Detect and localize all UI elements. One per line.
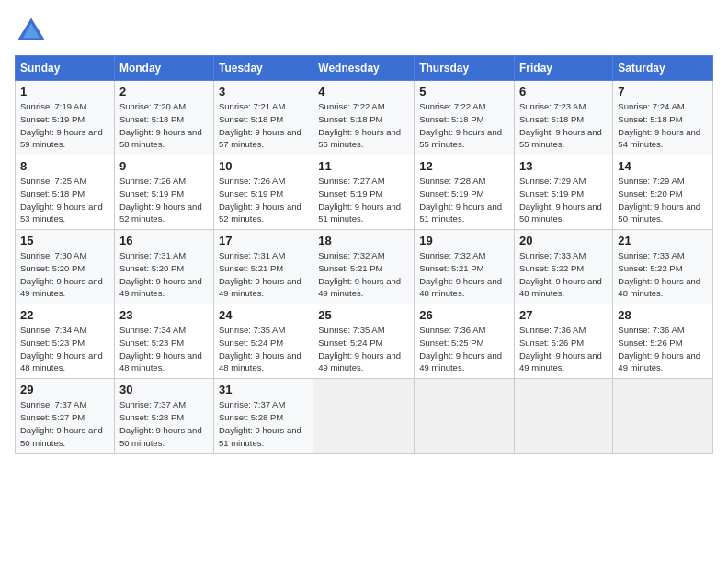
day-number: 20 xyxy=(519,234,608,247)
weekday-header-sunday: Sunday xyxy=(16,56,115,81)
calendar-cell: 21 Sunrise: 7:33 AMSunset: 5:22 PMDaylig… xyxy=(613,230,713,304)
calendar-cell: 31 Sunrise: 7:37 AMSunset: 5:28 PMDaylig… xyxy=(213,379,313,454)
weekday-header-thursday: Thursday xyxy=(415,56,515,81)
calendar-cell: 28 Sunrise: 7:36 AMSunset: 5:26 PMDaylig… xyxy=(613,304,713,379)
day-detail: Sunrise: 7:29 AMSunset: 5:20 PMDaylight:… xyxy=(618,176,700,224)
calendar-cell xyxy=(415,379,515,454)
day-number: 10 xyxy=(219,159,308,173)
calendar-cell: 16 Sunrise: 7:31 AMSunset: 5:20 PMDaylig… xyxy=(114,230,213,304)
calendar-cell: 5 Sunrise: 7:22 AMSunset: 5:18 PMDayligh… xyxy=(415,81,515,155)
calendar-cell: 6 Sunrise: 7:23 AMSunset: 5:18 PMDayligh… xyxy=(515,81,613,155)
day-number: 31 xyxy=(219,383,308,396)
calendar-week-4: 22 Sunrise: 7:34 AMSunset: 5:23 PMDaylig… xyxy=(16,304,713,379)
day-detail: Sunrise: 7:20 AMSunset: 5:18 PMDaylight:… xyxy=(119,101,202,149)
calendar-cell xyxy=(613,379,713,454)
day-number: 21 xyxy=(618,234,708,247)
calendar-week-5: 29 Sunrise: 7:37 AMSunset: 5:27 PMDaylig… xyxy=(16,379,713,454)
calendar-cell: 27 Sunrise: 7:36 AMSunset: 5:26 PMDaylig… xyxy=(515,304,613,379)
day-detail: Sunrise: 7:32 AMSunset: 5:21 PMDaylight:… xyxy=(419,250,502,298)
day-number: 25 xyxy=(318,308,409,322)
day-detail: Sunrise: 7:33 AMSunset: 5:22 PMDaylight:… xyxy=(618,250,700,298)
calendar-cell: 14 Sunrise: 7:29 AMSunset: 5:20 PMDaylig… xyxy=(613,155,713,230)
calendar-table: SundayMondayTuesdayWednesdayThursdayFrid… xyxy=(15,55,713,454)
calendar-cell: 12 Sunrise: 7:28 AMSunset: 5:19 PMDaylig… xyxy=(415,155,515,230)
day-detail: Sunrise: 7:23 AMSunset: 5:18 PMDaylight:… xyxy=(519,101,602,149)
calendar-cell: 18 Sunrise: 7:32 AMSunset: 5:21 PMDaylig… xyxy=(313,230,415,304)
calendar-cell: 4 Sunrise: 7:22 AMSunset: 5:18 PMDayligh… xyxy=(313,81,415,155)
day-detail: Sunrise: 7:26 AMSunset: 5:19 PMDaylight:… xyxy=(119,176,202,224)
day-number: 17 xyxy=(219,234,308,247)
day-number: 3 xyxy=(219,85,308,98)
day-number: 28 xyxy=(618,308,708,322)
day-number: 18 xyxy=(318,234,409,247)
weekday-header-tuesday: Tuesday xyxy=(213,56,313,81)
calendar-cell: 29 Sunrise: 7:37 AMSunset: 5:27 PMDaylig… xyxy=(16,379,115,454)
calendar-cell: 13 Sunrise: 7:29 AMSunset: 5:19 PMDaylig… xyxy=(515,155,613,230)
calendar-cell: 2 Sunrise: 7:20 AMSunset: 5:18 PMDayligh… xyxy=(114,81,213,155)
calendar-cell: 25 Sunrise: 7:35 AMSunset: 5:24 PMDaylig… xyxy=(313,304,415,379)
day-detail: Sunrise: 7:35 AMSunset: 5:24 PMDaylight:… xyxy=(219,325,301,373)
day-number: 27 xyxy=(519,308,608,322)
calendar-week-2: 8 Sunrise: 7:25 AMSunset: 5:18 PMDayligh… xyxy=(16,155,713,230)
calendar-cell: 17 Sunrise: 7:31 AMSunset: 5:21 PMDaylig… xyxy=(213,230,313,304)
calendar-cell: 19 Sunrise: 7:32 AMSunset: 5:21 PMDaylig… xyxy=(415,230,515,304)
day-number: 24 xyxy=(219,308,308,322)
day-detail: Sunrise: 7:19 AMSunset: 5:19 PMDaylight:… xyxy=(20,101,103,149)
day-number: 8 xyxy=(20,159,109,173)
calendar-cell xyxy=(313,379,415,454)
day-detail: Sunrise: 7:32 AMSunset: 5:21 PMDaylight:… xyxy=(318,250,401,298)
day-detail: Sunrise: 7:36 AMSunset: 5:26 PMDaylight:… xyxy=(618,325,700,373)
logo-icon xyxy=(15,15,48,48)
day-detail: Sunrise: 7:24 AMSunset: 5:18 PMDaylight:… xyxy=(618,101,700,149)
calendar-cell: 10 Sunrise: 7:26 AMSunset: 5:19 PMDaylig… xyxy=(213,155,313,230)
calendar-cell: 15 Sunrise: 7:30 AMSunset: 5:20 PMDaylig… xyxy=(16,230,115,304)
calendar-cell: 1 Sunrise: 7:19 AMSunset: 5:19 PMDayligh… xyxy=(16,81,115,155)
day-number: 16 xyxy=(119,234,209,247)
day-detail: Sunrise: 7:36 AMSunset: 5:25 PMDaylight:… xyxy=(419,325,502,373)
day-number: 5 xyxy=(419,85,509,98)
day-detail: Sunrise: 7:29 AMSunset: 5:19 PMDaylight:… xyxy=(519,176,602,224)
day-number: 9 xyxy=(119,159,209,173)
calendar-cell: 11 Sunrise: 7:27 AMSunset: 5:19 PMDaylig… xyxy=(313,155,415,230)
day-detail: Sunrise: 7:28 AMSunset: 5:19 PMDaylight:… xyxy=(419,176,502,224)
day-number: 29 xyxy=(20,383,109,396)
day-detail: Sunrise: 7:25 AMSunset: 5:18 PMDaylight:… xyxy=(20,176,103,224)
day-detail: Sunrise: 7:27 AMSunset: 5:19 PMDaylight:… xyxy=(318,176,401,224)
calendar-cell: 22 Sunrise: 7:34 AMSunset: 5:23 PMDaylig… xyxy=(16,304,115,379)
day-detail: Sunrise: 7:22 AMSunset: 5:18 PMDaylight:… xyxy=(318,101,401,149)
calendar-cell: 24 Sunrise: 7:35 AMSunset: 5:24 PMDaylig… xyxy=(213,304,313,379)
weekday-header-saturday: Saturday xyxy=(613,56,713,81)
day-number: 22 xyxy=(20,308,109,322)
day-number: 6 xyxy=(519,85,608,98)
weekday-header-wednesday: Wednesday xyxy=(313,56,415,81)
weekday-header-friday: Friday xyxy=(515,56,613,81)
day-number: 2 xyxy=(119,85,209,98)
calendar-cell: 30 Sunrise: 7:37 AMSunset: 5:28 PMDaylig… xyxy=(114,379,213,454)
day-detail: Sunrise: 7:34 AMSunset: 5:23 PMDaylight:… xyxy=(20,325,103,373)
calendar-cell: 20 Sunrise: 7:33 AMSunset: 5:22 PMDaylig… xyxy=(515,230,613,304)
day-number: 14 xyxy=(618,159,708,173)
day-number: 12 xyxy=(419,159,509,173)
day-number: 1 xyxy=(20,85,109,98)
day-detail: Sunrise: 7:35 AMSunset: 5:24 PMDaylight:… xyxy=(318,325,401,373)
day-detail: Sunrise: 7:21 AMSunset: 5:18 PMDaylight:… xyxy=(219,101,301,149)
calendar-cell: 8 Sunrise: 7:25 AMSunset: 5:18 PMDayligh… xyxy=(16,155,115,230)
day-number: 26 xyxy=(419,308,509,322)
day-number: 23 xyxy=(119,308,209,322)
day-number: 13 xyxy=(519,159,608,173)
day-number: 11 xyxy=(318,159,409,173)
day-detail: Sunrise: 7:26 AMSunset: 5:19 PMDaylight:… xyxy=(219,176,301,224)
calendar-cell: 9 Sunrise: 7:26 AMSunset: 5:19 PMDayligh… xyxy=(114,155,213,230)
day-detail: Sunrise: 7:30 AMSunset: 5:20 PMDaylight:… xyxy=(20,250,103,298)
day-number: 30 xyxy=(119,383,209,396)
day-detail: Sunrise: 7:37 AMSunset: 5:28 PMDaylight:… xyxy=(219,399,301,447)
calendar-cell: 7 Sunrise: 7:24 AMSunset: 5:18 PMDayligh… xyxy=(613,81,713,155)
day-number: 4 xyxy=(318,85,409,98)
calendar-cell: 3 Sunrise: 7:21 AMSunset: 5:18 PMDayligh… xyxy=(213,81,313,155)
day-detail: Sunrise: 7:37 AMSunset: 5:27 PMDaylight:… xyxy=(20,399,103,447)
weekday-header-monday: Monday xyxy=(114,56,213,81)
day-detail: Sunrise: 7:31 AMSunset: 5:20 PMDaylight:… xyxy=(119,250,202,298)
day-number: 19 xyxy=(419,234,509,247)
day-detail: Sunrise: 7:37 AMSunset: 5:28 PMDaylight:… xyxy=(119,399,202,447)
day-detail: Sunrise: 7:34 AMSunset: 5:23 PMDaylight:… xyxy=(119,325,202,373)
